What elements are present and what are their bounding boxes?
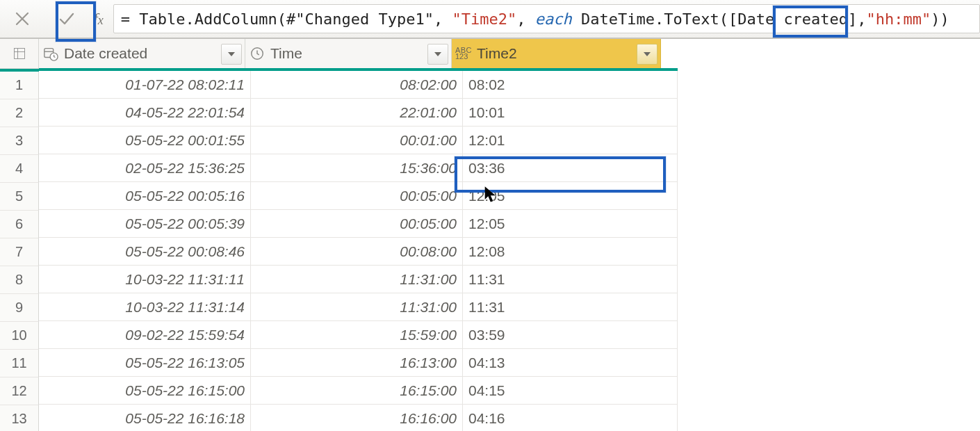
cell[interactable]: 04-05-22 22:01:54 bbox=[39, 99, 251, 126]
columns: Date created Time ABC123 Time2 01-07-22 … bbox=[39, 39, 678, 431]
row-number[interactable]: 3 bbox=[0, 127, 39, 155]
table-row[interactable]: 05-05-22 16:15:0016:15:0004:15 bbox=[39, 377, 678, 405]
cell[interactable]: 05-05-22 16:15:00 bbox=[39, 377, 251, 404]
data-grid: 12345678910111213 Date created Time ABC1… bbox=[0, 39, 980, 431]
cell[interactable]: 02-05-22 15:36:25 bbox=[39, 154, 251, 181]
cell[interactable]: 00:08:00 bbox=[251, 238, 463, 265]
formula-text: = bbox=[121, 10, 140, 28]
cell[interactable]: 09-02-22 15:59:54 bbox=[39, 321, 251, 348]
cell[interactable]: 04:15 bbox=[463, 377, 678, 404]
row-number[interactable]: 11 bbox=[0, 350, 39, 377]
cell[interactable]: 12:01 bbox=[463, 127, 678, 154]
row-number[interactable]: 5 bbox=[0, 183, 39, 211]
row-number-gutter: 12345678910111213 bbox=[0, 39, 39, 431]
row-number[interactable]: 4 bbox=[0, 155, 39, 183]
column-header-time[interactable]: Time bbox=[245, 39, 452, 68]
cell[interactable]: 12:08 bbox=[463, 238, 678, 265]
table-row[interactable]: 05-05-22 16:13:0516:13:0004:13 bbox=[39, 349, 678, 377]
table-row[interactable]: 05-05-22 00:01:5500:01:0012:01 bbox=[39, 127, 678, 154]
chevron-down-icon bbox=[228, 52, 235, 56]
formula-bar: fx = Table.AddColumn(#"Changed Type1", "… bbox=[0, 0, 980, 39]
cancel-formula-button[interactable] bbox=[3, 2, 42, 35]
table-row[interactable]: 05-05-22 00:05:1600:05:0012:05 bbox=[39, 182, 678, 210]
cell[interactable]: 16:16:00 bbox=[251, 405, 463, 431]
column-header-time2[interactable]: ABC123 Time2 bbox=[452, 39, 661, 68]
fx-icon: fx bbox=[93, 10, 104, 29]
table-row[interactable]: 05-05-22 00:05:3900:05:0012:05 bbox=[39, 210, 678, 238]
cell[interactable]: 01-07-22 08:02:11 bbox=[39, 71, 251, 98]
cell[interactable]: 05-05-22 16:13:05 bbox=[39, 349, 251, 376]
formula-input[interactable]: = Table.AddColumn(#"Changed Type1", "Tim… bbox=[113, 4, 980, 33]
table-row[interactable]: 04-05-22 22:01:5422:01:0010:01 bbox=[39, 99, 678, 127]
cell[interactable]: 05-05-22 00:05:16 bbox=[39, 182, 251, 209]
cell[interactable]: 12:05 bbox=[463, 210, 678, 237]
cell[interactable]: 10-03-22 11:31:14 bbox=[39, 293, 251, 320]
column-filter-button[interactable] bbox=[221, 44, 242, 65]
cell[interactable]: 08:02 bbox=[463, 71, 678, 98]
datetime-icon bbox=[39, 46, 63, 61]
chevron-down-icon bbox=[434, 52, 441, 56]
formula-text: "hh:mm" bbox=[867, 10, 931, 28]
x-icon bbox=[14, 10, 31, 27]
table-row[interactable]: 01-07-22 08:02:1108:02:0008:02 bbox=[39, 71, 678, 99]
table-row[interactable]: 05-05-22 00:08:4600:08:0012:08 bbox=[39, 238, 678, 266]
check-icon bbox=[58, 10, 75, 27]
row-number[interactable]: 8 bbox=[0, 266, 39, 294]
cell[interactable]: 22:01:00 bbox=[251, 99, 463, 126]
cell[interactable]: 05-05-22 16:16:18 bbox=[39, 405, 251, 431]
column-label: Date created bbox=[63, 45, 245, 62]
cell[interactable]: 03:36 bbox=[463, 154, 678, 181]
cell[interactable]: 11:31:00 bbox=[251, 293, 463, 320]
cell[interactable]: 15:59:00 bbox=[251, 321, 463, 348]
column-header-date-created[interactable]: Date created bbox=[39, 39, 245, 68]
cell[interactable]: 11:31:00 bbox=[251, 266, 463, 293]
cell[interactable]: 03:59 bbox=[463, 321, 678, 348]
cell[interactable]: 05-05-22 00:05:39 bbox=[39, 210, 251, 237]
table-row[interactable]: 09-02-22 15:59:5415:59:0003:59 bbox=[39, 321, 678, 349]
cell[interactable]: 10:01 bbox=[463, 99, 678, 126]
cell[interactable]: 05-05-22 00:08:46 bbox=[39, 238, 251, 265]
row-number[interactable]: 12 bbox=[0, 377, 39, 405]
table-row[interactable]: 10-03-22 11:31:1411:31:0011:31 bbox=[39, 293, 678, 321]
table-icon bbox=[13, 47, 26, 60]
row-number[interactable]: 9 bbox=[0, 294, 39, 322]
row-number[interactable]: 10 bbox=[0, 322, 39, 350]
formula-text: "Time2" bbox=[452, 10, 517, 28]
cell[interactable]: 08:02:00 bbox=[251, 71, 463, 98]
cell[interactable]: 16:13:00 bbox=[251, 349, 463, 376]
column-filter-button[interactable] bbox=[637, 44, 658, 65]
table-row[interactable]: 10-03-22 11:31:1111:31:0011:31 bbox=[39, 266, 678, 293]
cell[interactable]: 10-03-22 11:31:11 bbox=[39, 266, 251, 293]
table-row[interactable]: 02-05-22 15:36:2515:36:0003:36 bbox=[39, 154, 678, 182]
select-all-corner[interactable] bbox=[0, 39, 39, 69]
table-row[interactable]: 05-05-22 16:16:1816:16:0004:16 bbox=[39, 405, 678, 431]
formula-text: DateTime.ToText([Date created], bbox=[581, 10, 867, 28]
cell[interactable]: 00:05:00 bbox=[251, 182, 463, 209]
cell[interactable]: 16:15:00 bbox=[251, 377, 463, 404]
svg-rect-0 bbox=[14, 49, 24, 59]
cell[interactable]: 04:16 bbox=[463, 405, 678, 431]
formula-text: #"Changed Type1" bbox=[286, 10, 434, 28]
cell[interactable]: 00:01:00 bbox=[251, 127, 463, 154]
cell[interactable]: 05-05-22 00:01:55 bbox=[39, 127, 251, 154]
row-number[interactable]: 7 bbox=[0, 238, 39, 266]
cell[interactable]: 11:31 bbox=[463, 266, 678, 293]
cell[interactable]: 11:31 bbox=[463, 293, 678, 320]
row-number[interactable]: 2 bbox=[0, 99, 39, 127]
cell[interactable]: 12:05 bbox=[463, 182, 678, 209]
cell[interactable]: 00:05:00 bbox=[251, 210, 463, 237]
cell[interactable]: 15:36:00 bbox=[251, 154, 463, 181]
formula-text: ) bbox=[940, 10, 949, 28]
abc123-icon: ABC123 bbox=[452, 47, 475, 60]
clock-icon bbox=[245, 46, 269, 61]
column-label: Time bbox=[269, 45, 451, 62]
commit-formula-button[interactable] bbox=[47, 2, 86, 35]
cell[interactable]: 04:13 bbox=[463, 349, 678, 376]
row-number[interactable]: 13 bbox=[0, 405, 39, 431]
column-filter-button[interactable] bbox=[427, 44, 448, 65]
chevron-down-icon bbox=[644, 52, 651, 56]
formula-text: Table.AddColumn bbox=[139, 10, 277, 28]
row-number[interactable]: 6 bbox=[0, 211, 39, 238]
column-label: Time2 bbox=[475, 45, 660, 62]
row-number[interactable]: 1 bbox=[0, 72, 39, 99]
